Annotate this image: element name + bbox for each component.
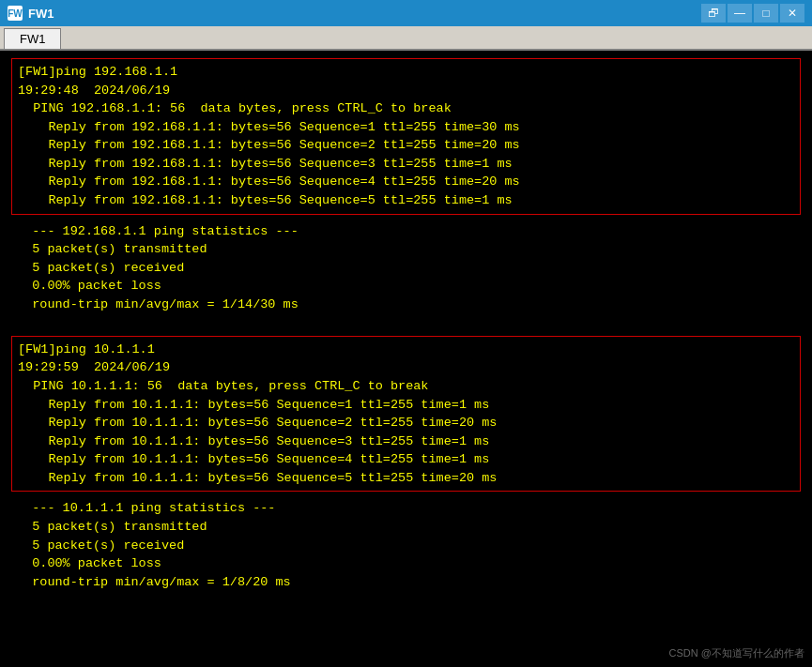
ping2-timestamp: 19:29:59 2024/06/19 — [18, 358, 794, 377]
stats2-separator: --- 10.1.1.1 ping statistics --- — [17, 499, 795, 518]
blank-line-1 — [11, 317, 801, 336]
ping1-reply-5: Reply from 192.168.1.1: bytes=56 Sequenc… — [18, 191, 794, 210]
main-window: FW FW1 🗗 — □ ✕ FW1 [FW1]ping 192.168.1.1… — [0, 0, 812, 667]
title-bar: FW FW1 🗗 — □ ✕ — [0, 0, 812, 26]
stats1-transmitted: 5 packet(s) transmitted — [17, 240, 795, 259]
stats1-roundtrip: round-trip min/avg/max = 1/14/30 ms — [17, 296, 795, 314]
tab-fw1[interactable]: FW1 — [4, 28, 61, 49]
watermark: CSDN @不知道写什么的作者 — [669, 646, 804, 661]
ping2-reply-5: Reply from 10.1.1.1: bytes=56 Sequence=5… — [18, 469, 794, 488]
ping1-reply-1: Reply from 192.168.1.1: bytes=56 Sequenc… — [18, 118, 794, 137]
ping2-header: PING 10.1.1.1: 56 data bytes, press CTRL… — [18, 377, 794, 396]
stats1-separator: --- 192.168.1.1 ping statistics --- — [17, 222, 795, 241]
ping2-reply-4: Reply from 10.1.1.1: bytes=56 Sequence=4… — [18, 450, 794, 469]
restore-button[interactable]: 🗗 — [701, 4, 726, 23]
stats2-roundtrip: round-trip min/avg/max = 1/8/20 ms — [17, 573, 795, 592]
ping1-reply-3: Reply from 192.168.1.1: bytes=56 Sequenc… — [18, 155, 794, 174]
app-icon: FW — [8, 6, 23, 21]
stats2-received: 5 packet(s) received — [17, 537, 795, 555]
stats1-received: 5 packet(s) received — [17, 259, 795, 278]
ping2-reply-2: Reply from 10.1.1.1: bytes=56 Sequence=2… — [18, 414, 794, 432]
ping-block-1: [FW1]ping 192.168.1.1 19:29:48 2024/06/1… — [11, 58, 801, 215]
ping1-command: [FW1]ping 192.168.1.1 — [18, 63, 794, 82]
close-button[interactable]: ✕ — [780, 4, 804, 23]
stats2-transmitted: 5 packet(s) transmitted — [17, 518, 795, 537]
ping1-timestamp: 19:29:48 2024/06/19 — [18, 82, 794, 100]
window-controls: 🗗 — □ ✕ — [701, 4, 804, 23]
stats-block-1: --- 192.168.1.1 ping statistics --- 5 pa… — [11, 219, 801, 318]
title-bar-left: FW FW1 — [8, 6, 54, 21]
tab-bar: FW1 — [0, 26, 812, 51]
ping1-reply-4: Reply from 192.168.1.1: bytes=56 Sequenc… — [18, 173, 794, 191]
maximize-button[interactable]: □ — [754, 4, 778, 23]
terminal-area[interactable]: [FW1]ping 192.168.1.1 19:29:48 2024/06/1… — [0, 51, 812, 667]
minimize-button[interactable]: — — [728, 4, 752, 23]
stats-block-2: --- 10.1.1.1 ping statistics --- 5 packe… — [11, 495, 801, 595]
ping2-reply-1: Reply from 10.1.1.1: bytes=56 Sequence=1… — [18, 396, 794, 415]
ping2-reply-3: Reply from 10.1.1.1: bytes=56 Sequence=3… — [18, 432, 794, 451]
stats2-loss: 0.00% packet loss — [17, 554, 795, 573]
ping1-reply-2: Reply from 192.168.1.1: bytes=56 Sequenc… — [18, 136, 794, 155]
ping-block-2: [FW1]ping 10.1.1.1 19:29:59 2024/06/19 P… — [11, 336, 801, 493]
ping2-command: [FW1]ping 10.1.1.1 — [18, 341, 794, 359]
window-title: FW1 — [28, 7, 54, 21]
stats1-loss: 0.00% packet loss — [17, 277, 795, 296]
ping1-header: PING 192.168.1.1: 56 data bytes, press C… — [18, 99, 794, 118]
